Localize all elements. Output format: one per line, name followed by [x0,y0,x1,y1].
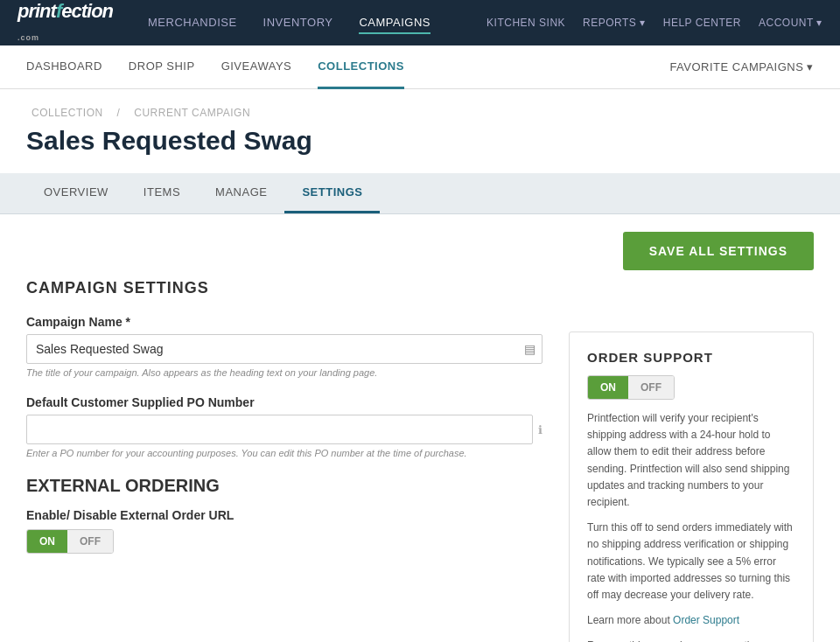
ext-toggle[interactable]: ON OFF [26,529,114,554]
nav-reports[interactable]: REPORTS [583,17,646,29]
tab-settings[interactable]: SETTINGS [284,173,380,213]
page-title: Sales Requested Swag [26,126,814,173]
info-icon[interactable]: ℹ [538,423,542,436]
os-toggle-off[interactable]: OFF [628,376,674,399]
subnav-drop-ship[interactable]: DROP SHIP [129,45,195,89]
external-ordering-toggle: ON OFF [26,529,542,554]
po-number-group: Default Customer Supplied PO Number ℹ En… [26,395,542,458]
main-col: CAMPAIGN SETTINGS Campaign Name * ▤ The … [26,279,542,642]
nav-inventory[interactable]: INVENTORY [263,12,333,34]
tabs: OVERVIEW ITEMS MANAGE SETTINGS [0,173,840,214]
sub-nav-left: DASHBOARD DROP SHIP GIVEAWAYS COLLECTION… [26,45,404,89]
breadcrumb-separator: / [117,107,121,119]
page-body: SAVE ALL SETTINGS CAMPAIGN SETTINGS Camp… [0,214,840,642]
remove-campaign-text: Remove this campaign permanently, includ… [587,638,795,642]
ext-toggle-on[interactable]: ON [27,530,67,553]
campaign-name-hint: The title of your campaign. Also appears… [26,367,542,378]
order-support-toggle: ON OFF [587,375,795,400]
save-button-row: SAVE ALL SETTINGS [26,232,814,270]
two-col-layout: CAMPAIGN SETTINGS Campaign Name * ▤ The … [26,279,814,642]
content-wrapper: SAVE ALL SETTINGS CAMPAIGN SETTINGS Camp… [0,214,840,642]
external-ordering-title: EXTERNAL ORDERING [26,476,542,496]
campaign-name-label: Campaign Name * [26,315,542,329]
breadcrumb-root: COLLECTION [32,107,103,119]
subnav-dashboard[interactable]: DASHBOARD [26,45,102,89]
order-support-description1: Printfection will verify your recipient'… [587,410,795,629]
po-number-input[interactable] [26,415,533,444]
po-number-hint: Enter a PO number for your accounting pu… [26,448,542,458]
nav-merchandise[interactable]: MERCHANDISE [148,12,237,34]
po-number-input-wrap: ℹ [26,415,542,444]
subnav-giveaways[interactable]: GIVEAWAYS [221,45,292,89]
campaign-name-input[interactable] [26,334,542,364]
nav-account[interactable]: ACCOUNT [759,17,822,29]
favorite-campaigns[interactable]: FAVORITE CAMPAIGNS [669,60,814,73]
logo[interactable]: printfection.com [18,0,113,45]
nav-kitchen-sink[interactable]: KITCHEN SINK [486,17,565,29]
campaign-name-input-wrap: ▤ [26,334,542,364]
nav-help-center[interactable]: HELP CENTER [663,17,741,29]
nav-campaigns[interactable]: CAMPAIGNS [359,12,430,34]
right-nav: KITCHEN SINK REPORTS HELP CENTER ACCOUNT [486,17,822,29]
tab-overview[interactable]: OVERVIEW [26,173,126,213]
tab-manage[interactable]: MANAGE [198,173,284,213]
os-toggle[interactable]: ON OFF [587,375,675,400]
order-support-box: ORDER SUPPORT ON OFF Printfection will v… [569,331,814,642]
subnav-collections[interactable]: COLLECTIONS [318,45,404,89]
ext-toggle-off[interactable]: OFF [67,530,113,553]
campaign-name-group: Campaign Name * ▤ The title of your camp… [26,315,542,378]
main-nav: MERCHANDISE INVENTORY CAMPAIGNS [148,12,486,34]
sub-nav: DASHBOARD DROP SHIP GIVEAWAYS COLLECTION… [0,45,840,89]
external-order-url-label: Enable/ Disable External Order URL [26,508,542,522]
tab-items[interactable]: ITEMS [126,173,198,213]
learn-more-prefix: Learn more about [587,614,673,626]
breadcrumb-current: CURRENT CAMPAIGN [134,107,250,119]
breadcrumb: COLLECTION / CURRENT CAMPAIGN [26,107,814,119]
input-edit-icon: ▤ [524,342,536,356]
campaign-settings-title: CAMPAIGN SETTINGS [26,279,542,297]
top-nav: printfection.com MERCHANDISE INVENTORY C… [0,0,840,45]
save-all-settings-button[interactable]: SAVE ALL SETTINGS [623,232,814,270]
order-support-title: ORDER SUPPORT [587,350,795,365]
external-ordering-section: EXTERNAL ORDERING Enable/ Disable Extern… [26,476,542,554]
order-support-link[interactable]: Order Support [673,614,739,626]
po-number-label: Default Customer Supplied PO Number [26,395,542,409]
side-col: ORDER SUPPORT ON OFF Printfection will v… [569,279,814,642]
page-header: COLLECTION / CURRENT CAMPAIGN Sales Requ… [0,89,840,173]
os-toggle-on[interactable]: ON [588,376,628,399]
